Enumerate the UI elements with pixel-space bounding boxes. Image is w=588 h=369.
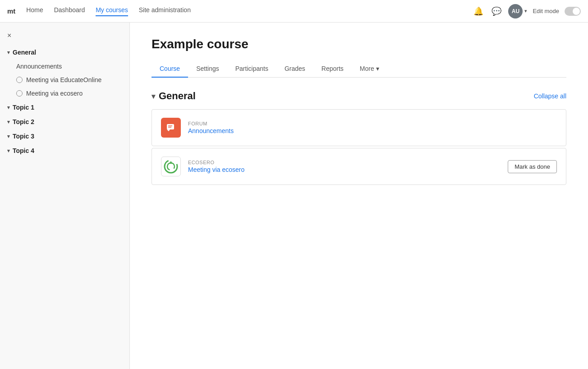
announcements-link[interactable]: Announcements xyxy=(188,127,234,134)
ecosero-icon xyxy=(161,157,181,176)
messages-icon[interactable]: 💬 xyxy=(490,5,503,18)
ecosero-info: ECOSERO Meeting via ecosero xyxy=(188,160,501,173)
announcements-info: FORUM Announcements xyxy=(188,121,557,134)
tab-course[interactable]: Course xyxy=(152,60,188,78)
edit-mode-toggle[interactable] xyxy=(565,7,581,16)
svg-marker-5 xyxy=(169,161,173,164)
page-title: Example course xyxy=(152,37,566,51)
topic1-chevron-icon: ▾ xyxy=(7,105,10,111)
tab-grades[interactable]: Grades xyxy=(276,60,313,78)
tab-more[interactable]: More ▾ xyxy=(352,60,387,78)
sidebar-close-button[interactable]: × xyxy=(0,28,129,45)
svg-point-4 xyxy=(167,163,175,170)
topic3-chevron-icon: ▾ xyxy=(7,134,10,139)
sidebar-item-meeting-ecosero[interactable]: Meeting via ecosero xyxy=(0,87,129,100)
topic3-label: Topic 3 xyxy=(13,133,34,140)
sidebar-topic-2[interactable]: ▾ Topic 2 xyxy=(0,115,129,129)
section-chevron-icon[interactable]: ▾ xyxy=(152,92,155,101)
sidebar-topic-3[interactable]: ▾ Topic 3 xyxy=(0,129,129,143)
collapse-all-button[interactable]: Collapse all xyxy=(534,92,566,100)
section-header: ▾ General Collapse all xyxy=(152,90,566,102)
meeting-educateonline-circle-icon xyxy=(16,77,23,83)
section-title: ▾ General xyxy=(152,90,196,102)
ecosero-link[interactable]: Meeting via ecosero xyxy=(188,166,244,173)
topic1-label: Topic 1 xyxy=(13,104,34,111)
sidebar-topic-4[interactable]: ▾ Topic 4 xyxy=(0,143,129,158)
mark-as-done-button[interactable]: Mark as done xyxy=(508,160,557,173)
notifications-icon[interactable]: 🔔 xyxy=(472,5,485,18)
sidebar-item-announcements[interactable]: Announcements xyxy=(0,60,129,73)
forum-svg-icon xyxy=(165,122,176,133)
nav-dashboard[interactable]: Dashboard xyxy=(54,6,85,16)
top-navigation: mt Home Dashboard My courses Site admini… xyxy=(0,0,588,23)
sidebar: × ▾ General Announcements Meeting via Ed… xyxy=(0,23,130,369)
avatar-wrapper[interactable]: AU ▾ xyxy=(508,4,527,18)
main-content: Example course Course Settings Participa… xyxy=(130,23,588,369)
sidebar-general-label: General xyxy=(13,49,36,56)
meeting-educateonline-label: Meeting via EducateOnline xyxy=(26,76,101,83)
topnav-right: 🔔 💬 AU ▾ Edit mode xyxy=(472,4,581,18)
topic4-label: Topic 4 xyxy=(13,147,34,154)
activity-card-announcements: FORUM Announcements xyxy=(152,109,566,146)
announcements-label: Announcements xyxy=(16,63,62,70)
sidebar-general-header[interactable]: ▾ General xyxy=(0,45,129,60)
meeting-ecosero-label: Meeting via ecosero xyxy=(26,90,83,97)
topic4-chevron-icon: ▾ xyxy=(7,148,10,154)
sidebar-topic-1[interactable]: ▾ Topic 1 xyxy=(0,100,129,115)
svg-rect-0 xyxy=(167,124,174,129)
edit-mode-label: Edit mode xyxy=(533,8,559,14)
topic2-chevron-icon: ▾ xyxy=(7,119,10,125)
sidebar-item-meeting-educateonline[interactable]: Meeting via EducateOnline xyxy=(0,73,129,87)
nav-home[interactable]: Home xyxy=(26,6,43,16)
nav-my-courses[interactable]: My courses xyxy=(96,6,128,16)
nav-site-admin[interactable]: Site administration xyxy=(139,6,191,16)
topic2-label: Topic 2 xyxy=(13,118,34,125)
meeting-ecosero-circle-icon xyxy=(16,90,23,97)
brand-logo[interactable]: mt xyxy=(7,7,15,15)
section-title-text: General xyxy=(159,90,196,102)
tab-settings[interactable]: Settings xyxy=(188,60,227,78)
tab-participants[interactable]: Participants xyxy=(227,60,276,78)
tab-bar: Course Settings Participants Grades Repo… xyxy=(152,60,566,78)
tab-reports[interactable]: Reports xyxy=(313,60,352,78)
avatar[interactable]: AU xyxy=(508,4,523,18)
avatar-chevron-icon: ▾ xyxy=(524,8,527,14)
general-chevron-icon: ▾ xyxy=(7,50,10,55)
announcements-type: FORUM xyxy=(188,121,557,126)
ecosero-svg-icon xyxy=(163,158,179,175)
ecosero-type: ECOSERO xyxy=(188,160,501,165)
nav-links: Home Dashboard My courses Site administr… xyxy=(26,6,472,16)
main-layout: × ▾ General Announcements Meeting via Ed… xyxy=(0,23,588,369)
activity-card-ecosero: ECOSERO Meeting via ecosero Mark as done xyxy=(152,148,566,185)
forum-icon xyxy=(161,118,181,138)
